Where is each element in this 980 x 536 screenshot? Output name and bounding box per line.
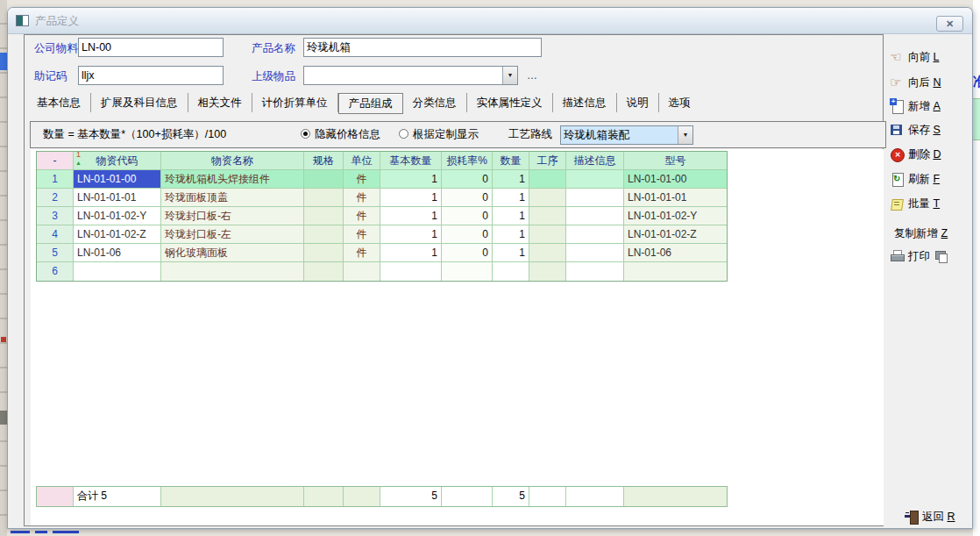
cell-spec[interactable]: [304, 170, 344, 189]
cell-unit[interactable]: [344, 262, 380, 281]
cell-num[interactable]: 6: [37, 262, 74, 281]
cell-code[interactable]: [74, 262, 161, 281]
cell-num[interactable]: 3: [37, 207, 74, 225]
cell-code[interactable]: LN-01-01-01: [74, 189, 161, 207]
cell-model[interactable]: [624, 262, 727, 281]
cell-num[interactable]: 1: [37, 170, 74, 189]
cell-unit[interactable]: 件: [344, 244, 380, 262]
cell-process[interactable]: [529, 262, 566, 281]
cell-code[interactable]: LN-01-06: [74, 244, 161, 262]
cell-desc[interactable]: [566, 225, 624, 244]
cell-loss_rate[interactable]: 0: [442, 244, 493, 262]
tab-10[interactable]: 选项: [659, 93, 700, 112]
cell-name[interactable]: [161, 262, 304, 281]
cell-loss_rate[interactable]: [442, 262, 493, 281]
column-header-3[interactable]: 规格: [304, 152, 344, 170]
cell-qty[interactable]: 1: [493, 189, 529, 207]
radio-icon[interactable]: [399, 129, 408, 139]
cell-qty[interactable]: 1: [493, 244, 529, 262]
cell-base_qty[interactable]: 1: [380, 207, 442, 225]
toolbar-button-1[interactable]: 向前 L: [890, 48, 974, 66]
cell-unit[interactable]: 件: [344, 189, 380, 207]
cell-desc[interactable]: [566, 262, 624, 281]
cell-num[interactable]: 4: [37, 225, 74, 244]
cell-desc[interactable]: [566, 189, 624, 207]
cell-process[interactable]: [529, 244, 566, 262]
radio-hide-price[interactable]: 隐藏价格信息: [301, 122, 380, 147]
material-no-input[interactable]: [78, 38, 224, 57]
cell-spec[interactable]: [304, 244, 344, 262]
column-header-4[interactable]: 单位: [344, 152, 380, 170]
radio-icon[interactable]: [301, 129, 310, 139]
tab-3[interactable]: 相关文件: [188, 93, 252, 112]
cell-spec[interactable]: [304, 189, 344, 207]
toolbar-button-10[interactable]: 返回 R: [904, 508, 980, 525]
product-name-input[interactable]: [303, 38, 542, 57]
column-header-7[interactable]: 数量: [493, 152, 529, 170]
cell-model[interactable]: LN-01-01-02-Z: [624, 225, 727, 244]
cell-base_qty[interactable]: [380, 262, 442, 281]
toolbar-button-3[interactable]: 新增 A: [890, 97, 974, 115]
chevron-down-icon[interactable]: ▼: [502, 67, 517, 84]
column-header-2[interactable]: 物资名称: [161, 152, 304, 170]
cell-model[interactable]: LN-01-01-00: [624, 170, 727, 189]
cell-base_qty[interactable]: 1: [380, 170, 442, 189]
cell-name[interactable]: 玲珑机箱机头焊接组件: [161, 170, 304, 189]
cell-qty[interactable]: 1: [493, 207, 529, 225]
toolbar-button-8[interactable]: 复制新增 Z: [890, 225, 974, 242]
cell-loss_rate[interactable]: 0: [442, 170, 493, 189]
cell-base_qty[interactable]: 1: [380, 244, 442, 262]
toolbar-button-5[interactable]: 删除 D: [890, 146, 974, 163]
cell-loss_rate[interactable]: 0: [442, 225, 493, 244]
cell-spec[interactable]: [304, 262, 344, 281]
column-header-9[interactable]: 描述信息: [566, 152, 624, 170]
cell-num[interactable]: 2: [37, 189, 74, 207]
cell-model[interactable]: LN-01-01-01: [624, 189, 727, 207]
parent-item-more-button[interactable]: …: [527, 69, 537, 82]
title-bar[interactable]: 产品定义 ✕: [8, 8, 972, 34]
cell-name[interactable]: 钢化玻璃面板: [161, 244, 304, 262]
tab-9[interactable]: 说明: [617, 93, 659, 112]
toolbar-button-2[interactable]: 向后 N: [890, 74, 974, 91]
cell-spec[interactable]: [304, 225, 344, 244]
cell-base_qty[interactable]: 1: [380, 189, 442, 207]
cell-process[interactable]: [529, 170, 566, 189]
cell-qty[interactable]: [493, 262, 529, 281]
cell-base_qty[interactable]: 1: [380, 225, 442, 244]
cell-desc[interactable]: [566, 207, 624, 225]
close-button[interactable]: ✕: [936, 16, 963, 32]
tab-8[interactable]: 描述信息: [553, 93, 617, 112]
cell-process[interactable]: [529, 225, 566, 244]
tab-1[interactable]: 基本信息: [27, 93, 91, 112]
column-header-10[interactable]: 型号: [624, 152, 727, 170]
radio-custom-display[interactable]: 根据定制显示: [399, 122, 479, 147]
cell-spec[interactable]: [304, 207, 344, 225]
cell-model[interactable]: LN-01-01-02-Y: [624, 207, 727, 225]
column-header-5[interactable]: 基本数量: [380, 152, 442, 170]
cell-desc[interactable]: [566, 244, 624, 262]
cell-qty[interactable]: 1: [493, 225, 529, 244]
cell-desc[interactable]: [566, 170, 624, 189]
parent-item-combo[interactable]: ▼: [303, 66, 518, 85]
toolbar-button-4[interactable]: 保存 S: [890, 121, 974, 139]
cell-name[interactable]: 玲珑封口板-左: [161, 225, 304, 244]
chevron-down-icon[interactable]: ▼: [678, 126, 692, 144]
cell-name[interactable]: 玲珑封口板-右: [161, 207, 304, 225]
cell-loss_rate[interactable]: 0: [442, 207, 493, 225]
column-header-8[interactable]: 工序: [529, 152, 566, 170]
tab-4[interactable]: 计价折算单位: [252, 93, 338, 112]
toolbar-button-6[interactable]: 刷新 F: [890, 170, 974, 188]
tab-5[interactable]: 产品组成: [338, 93, 403, 114]
mnemonic-input[interactable]: [78, 66, 224, 85]
cell-unit[interactable]: 件: [344, 207, 380, 225]
cell-qty[interactable]: 1: [493, 170, 529, 189]
cell-code[interactable]: LN-01-01-02-Z: [74, 225, 161, 244]
column-header-1[interactable]: 1▲物资代码: [74, 152, 161, 170]
cell-unit[interactable]: 件: [344, 170, 380, 189]
cell-loss_rate[interactable]: 0: [442, 189, 493, 207]
cell-code[interactable]: LN-01-01-02-Y: [74, 207, 161, 225]
column-header-0[interactable]: -: [37, 152, 74, 170]
cell-model[interactable]: LN-01-06: [624, 244, 727, 262]
cell-process[interactable]: [529, 207, 566, 225]
tab-7[interactable]: 实体属性定义: [467, 93, 553, 112]
